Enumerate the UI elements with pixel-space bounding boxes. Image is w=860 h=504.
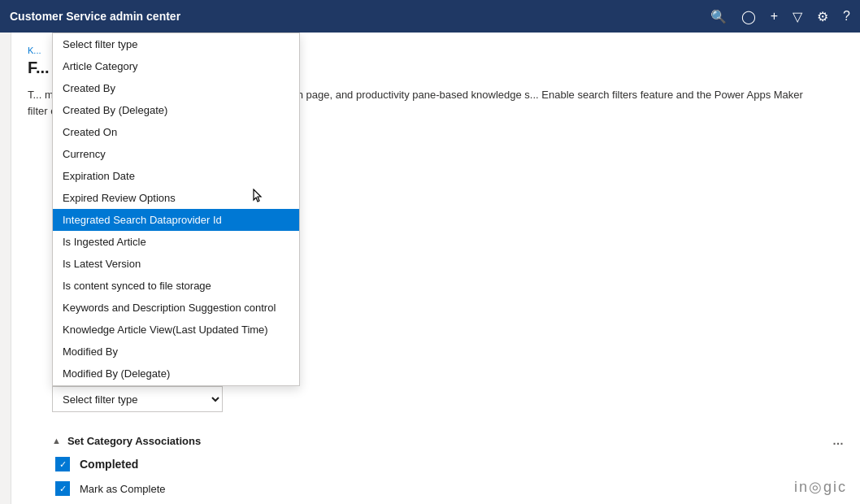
- dropdown-item[interactable]: Knowledge Article View(Last Updated Time…: [53, 319, 299, 341]
- more-options-icon[interactable]: …: [832, 434, 844, 447]
- dropdown-item[interactable]: Is content synced to file storage: [53, 275, 299, 297]
- section-header: ▲ Set Category Associations …: [52, 434, 844, 447]
- topbar-icons: 🔍 ◯ + ▽ ⚙ ?: [710, 9, 850, 24]
- content-panel: K... F... T... m-based Knowledge search …: [11, 33, 860, 504]
- dropdown-item[interactable]: Expired Review Options: [53, 187, 299, 209]
- dropdown-item[interactable]: Keywords and Description Suggestion cont…: [53, 297, 299, 319]
- filter-icon[interactable]: ▽: [793, 9, 802, 24]
- dropdown-item[interactable]: Article Category: [53, 55, 299, 77]
- topbar: Customer Service admin center 🔍 ◯ + ▽ ⚙ …: [0, 0, 860, 33]
- question-icon[interactable]: ?: [843, 9, 850, 24]
- dropdown-list[interactable]: Select filter typeArticle CategoryCreate…: [52, 33, 300, 386]
- completed-checkbox[interactable]: ✓: [55, 457, 70, 471]
- dropdown-item[interactable]: Is Latest Version: [53, 253, 299, 275]
- dropdown-item[interactable]: Select filter type: [53, 33, 299, 55]
- sidebar: [0, 33, 11, 504]
- settings-icon[interactable]: ⚙: [817, 9, 828, 24]
- chevron-up-icon: ▲: [52, 436, 61, 445]
- mark-complete-label: Mark as Complete: [80, 483, 166, 495]
- dropdown-item[interactable]: Expiration Date: [53, 165, 299, 187]
- mark-complete-checkbox[interactable]: ✓: [55, 481, 70, 496]
- section-title: Set Category Associations: [67, 435, 201, 447]
- dropdown-item[interactable]: Created By: [53, 77, 299, 99]
- search-icon[interactable]: 🔍: [710, 9, 727, 24]
- bottom-section: ▲ Set Category Associations … ✓ Complete…: [11, 426, 860, 504]
- help-circle-icon[interactable]: ◯: [741, 9, 756, 24]
- dropdown-item[interactable]: Owner: [53, 385, 299, 386]
- dropdown-item[interactable]: Modified By (Delegate): [53, 363, 299, 385]
- dropdown-container: Select filter typeArticle CategoryCreate…: [52, 33, 300, 386]
- main-area: K... F... T... m-based Knowledge search …: [0, 33, 860, 504]
- dropdown-item[interactable]: Is Ingested Article: [53, 231, 299, 253]
- completed-label: Completed: [80, 458, 138, 471]
- dropdown-item[interactable]: Currency: [53, 143, 299, 165]
- completed-row: ✓ Completed: [52, 457, 844, 471]
- dropdown-item[interactable]: Modified By: [53, 341, 299, 363]
- watermark: in◎gic: [794, 478, 847, 496]
- dropdown-item[interactable]: Integrated Search Dataprovider Id: [53, 209, 299, 231]
- dropdown-item[interactable]: Created On: [53, 121, 299, 143]
- plus-icon[interactable]: +: [771, 9, 778, 24]
- app-title: Customer Service admin center: [10, 10, 710, 23]
- mark-complete-row: ✓ Mark as Complete: [52, 481, 844, 496]
- filter-type-select[interactable]: Select filter typeArticle CategoryCreate…: [52, 386, 223, 412]
- dropdown-item[interactable]: Created By (Delegate): [53, 99, 299, 121]
